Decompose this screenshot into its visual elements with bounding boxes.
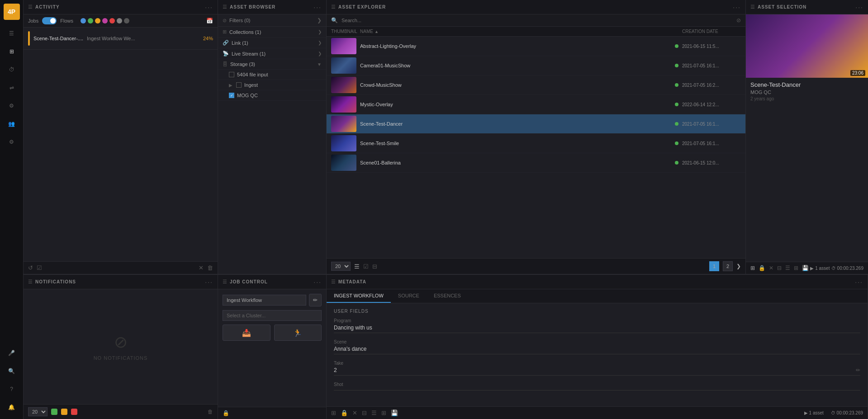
sidebar-routing-btn[interactable]: ⇌ xyxy=(4,80,20,96)
storage-ingest-item[interactable]: ▶ Ingest xyxy=(218,80,326,90)
color-dot-green[interactable] xyxy=(88,18,93,24)
job-row[interactable]: Scene-Test-Dancer-.... Ingest Workflow W… xyxy=(24,28,218,50)
list-sel-icon[interactable]: ☰ xyxy=(785,265,790,271)
activity-panel-title: ACTIVITY xyxy=(35,5,202,9)
storage-5404-checkbox[interactable] xyxy=(229,72,234,77)
notif-color-red[interactable] xyxy=(71,409,77,415)
meta-list-icon[interactable]: ☰ xyxy=(371,410,377,416)
sidebar-bell-btn[interactable]: 🔔 xyxy=(4,399,20,415)
collections-chevron-icon: ❯ xyxy=(318,29,322,34)
meta-export-icon[interactable]: ⊞ xyxy=(381,410,386,416)
per-page-select[interactable]: 20 50 xyxy=(331,262,351,271)
workflow-select[interactable]: Ingest Workflow xyxy=(223,295,306,306)
activity-panel-menu-btn[interactable]: ··· xyxy=(205,4,213,11)
page-1-btn[interactable]: 1 xyxy=(709,261,719,271)
stack-sel-icon[interactable]: ⊟ xyxy=(777,265,782,271)
name-sort-icon[interactable]: ▲ xyxy=(375,29,379,34)
asset-row-7[interactable]: Scene01-Ballerina 2021-06-15 12:0... xyxy=(327,153,745,173)
storage-tree-item[interactable]: 🗄 Storage (3) ▼ xyxy=(218,59,326,70)
notif-color-green[interactable] xyxy=(51,409,57,415)
asset-explorer-menu-btn[interactable]: ··· xyxy=(733,4,741,11)
asset-row-5[interactable]: Scene-Test-Dancer 2021-07-05 16:1... xyxy=(327,114,745,134)
asset-browser-menu-btn[interactable]: ··· xyxy=(313,4,322,11)
explorer-filter-icon[interactable]: ⊘ xyxy=(736,17,741,24)
lock-sel-icon[interactable]: 🔒 xyxy=(759,265,765,271)
asset-selection-menu-btn[interactable]: ··· xyxy=(855,4,863,11)
sidebar-mic-btn[interactable]: 🎤 xyxy=(4,345,20,361)
color-dot-blue[interactable] xyxy=(81,18,86,24)
refresh-icon[interactable]: ↺ xyxy=(28,264,33,271)
grid-sel-icon[interactable]: ⊞ xyxy=(750,265,755,271)
color-dot-orange[interactable] xyxy=(95,18,100,24)
action-buttons: 📥 🏃 xyxy=(223,325,322,341)
selection-footer: ⊞ 🔒 ✕ ⊟ ☰ ⊞ 💾 ▶ 1 asset ⏱ 00:00:23.269 xyxy=(746,262,868,274)
collections-tree-item[interactable]: ⊞ Collections (1) ❯ xyxy=(218,27,326,38)
sidebar-menu-btn[interactable]: ☰ xyxy=(4,25,20,42)
calendar-icon[interactable]: 📅 xyxy=(206,18,213,24)
job-control-menu-btn[interactable]: ··· xyxy=(313,278,322,286)
sidebar-search-btn[interactable]: 🔍 xyxy=(4,363,20,379)
sidebar-history-btn[interactable]: ⏱ xyxy=(4,61,20,78)
color-dot-gray[interactable] xyxy=(117,18,122,24)
ingest-btn[interactable]: 📥 xyxy=(223,325,270,341)
close-sel-icon[interactable]: ✕ xyxy=(769,265,773,271)
cluster-select[interactable]: Select a Cluster... xyxy=(223,310,322,321)
color-dot-purple[interactable] xyxy=(102,18,108,24)
delete-jobs-icon[interactable]: 🗑 xyxy=(207,264,213,271)
explorer-search-input[interactable] xyxy=(342,18,733,23)
storage-ingest-checkbox[interactable] xyxy=(236,82,242,88)
sidebar-users-btn[interactable]: 👥 xyxy=(4,116,20,132)
meta-close-icon[interactable]: ✕ xyxy=(352,410,357,416)
list-view-btn[interactable]: ☰ xyxy=(354,263,360,270)
asset-row-4[interactable]: Mystic-Overlay 2022-06-14 12:2... xyxy=(327,95,745,114)
asset-row-2[interactable]: Camera01-MusicShow 2021-07-05 16:1... xyxy=(327,56,745,75)
grid-view-btn[interactable]: ⊟ xyxy=(372,263,377,270)
asset-name-6: Scene-Test-Smile xyxy=(360,141,671,146)
color-dot-dark[interactable] xyxy=(124,18,129,24)
check-all-icon[interactable]: ☑ xyxy=(37,264,42,271)
notif-color-orange[interactable] xyxy=(61,409,67,415)
tab-source[interactable]: SOURCE xyxy=(391,289,427,303)
page-2-btn[interactable]: 2 xyxy=(723,261,733,271)
ingest-expand-icon[interactable]: ▶ xyxy=(229,83,232,88)
sidebar-settings-btn[interactable]: ⚙ xyxy=(4,98,20,114)
meta-grid-icon[interactable]: ⊞ xyxy=(331,410,336,416)
storage-mogqc-checkbox[interactable] xyxy=(229,93,234,98)
export-sel-icon[interactable]: ⊞ xyxy=(794,265,798,271)
asset-row-1[interactable]: Abstract-Lighting-Overlay 2021-06-15 11:… xyxy=(327,37,745,56)
sidebar-help-btn[interactable]: ? xyxy=(4,381,20,397)
check-view-btn[interactable]: ☑ xyxy=(363,263,369,270)
filters-row[interactable]: ⊘ Filters (0) ❯ xyxy=(218,14,326,27)
app-logo[interactable]: 4P xyxy=(4,4,20,20)
storage-mogqc-item[interactable]: MOG QC xyxy=(218,90,326,101)
jobs-flows-toggle[interactable] xyxy=(42,17,57,24)
tab-ingest-workflow[interactable]: INGEST WORKFLOW xyxy=(327,289,391,303)
meta-layers-icon[interactable]: ⊟ xyxy=(362,410,367,416)
workflow-edit-btn[interactable]: ✏ xyxy=(309,294,322,306)
save-sel-icon[interactable]: 💾 xyxy=(802,265,809,271)
run-btn[interactable]: 🏃 xyxy=(274,325,322,341)
storage-5404-item[interactable]: 5404 file input xyxy=(218,70,326,80)
th-name: NAME ▲ xyxy=(360,29,680,34)
meta-section-title: USER FIELDS xyxy=(334,309,860,314)
notif-per-page-select[interactable]: 20 xyxy=(28,407,47,416)
asset-row-6[interactable]: Scene-Test-Smile 2021-07-05 16:1... xyxy=(327,134,745,153)
meta-field-shot: Shot xyxy=(334,382,860,391)
meta-lock-icon[interactable]: 🔒 xyxy=(341,410,348,416)
notifications-menu-btn[interactable]: ··· xyxy=(205,278,213,286)
link-tree-item[interactable]: 🔗 Link (1) ❯ xyxy=(218,38,326,48)
metadata-menu-btn[interactable]: ··· xyxy=(855,278,863,286)
asset-row-3[interactable]: Crowd-MusicShow 2021-07-05 16:2... xyxy=(327,75,745,95)
color-dot-red[interactable] xyxy=(109,18,115,24)
take-edit-icon[interactable]: ✏ xyxy=(856,367,860,373)
meta-save-icon[interactable]: 💾 xyxy=(391,410,398,416)
tab-essences[interactable]: ESSENCES xyxy=(427,289,468,303)
flows-label: Flows xyxy=(60,18,73,24)
jc-lock-icon[interactable]: 🔒 xyxy=(223,410,229,416)
sidebar-config-btn[interactable]: ⚙ xyxy=(4,134,20,150)
close-jobs-icon[interactable]: ✕ xyxy=(199,264,204,271)
page-next-btn[interactable]: ❯ xyxy=(736,263,741,269)
sidebar-dashboard-btn[interactable]: ⊞ xyxy=(4,43,20,60)
live-stream-tree-item[interactable]: 📡 Live Stream (1) ❯ xyxy=(218,48,326,59)
notif-delete-icon[interactable]: 🗑 xyxy=(208,409,213,415)
